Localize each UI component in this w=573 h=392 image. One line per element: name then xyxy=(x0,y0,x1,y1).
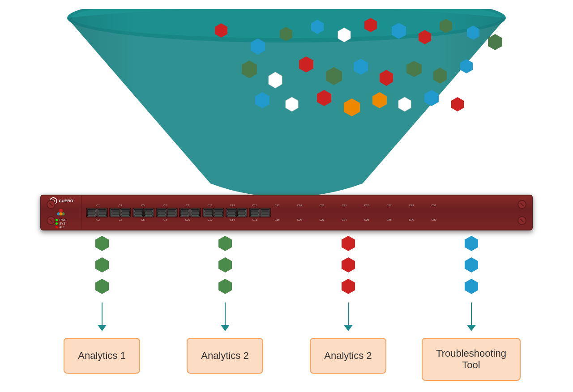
main-container: CUERO PWR SYS xyxy=(0,0,573,392)
port-0 xyxy=(87,209,97,217)
port-group-4 xyxy=(133,208,154,217)
analytics2-label: Analytics 2 xyxy=(201,350,248,362)
port-inner-bottom xyxy=(238,213,246,216)
hex-stack-analytics1 xyxy=(94,235,110,296)
port-inner-bottom xyxy=(134,213,142,216)
port-label-bot-3: C8 xyxy=(154,218,176,221)
hex-stack-cyan xyxy=(463,235,479,296)
hex-icon-2b xyxy=(217,256,233,274)
port-inner-top xyxy=(158,210,166,213)
rack-ports-area: C1C3C5C7C9C11C13C15C17C19C21C23C25C27C29… xyxy=(81,196,532,230)
port-label-bot-13: C28 xyxy=(378,218,400,221)
port-label-bot-2: C6 xyxy=(132,218,154,221)
rack-left-panel: CUERO PWR SYS xyxy=(41,196,81,230)
port-3 xyxy=(120,209,130,217)
bowl-svg xyxy=(40,9,533,197)
port-inner-top xyxy=(88,210,96,213)
port-inner-top xyxy=(168,210,176,213)
port-label-top-0: C1 xyxy=(87,204,109,207)
hex-stack-red xyxy=(340,235,356,296)
port-inner-top xyxy=(121,210,129,213)
port-inner-bottom xyxy=(191,213,199,216)
output-col-troubleshooting: Troubleshooting Tool xyxy=(422,235,521,381)
port-inner-top xyxy=(181,210,189,213)
port-label-top-12: C25 xyxy=(355,204,378,207)
sys-indicator: SYS xyxy=(56,222,66,225)
ports-row xyxy=(86,208,527,217)
analytics2-box: Analytics 2 xyxy=(187,338,263,374)
port-inner-bottom xyxy=(111,213,119,216)
port-inner-top xyxy=(238,210,246,213)
hex-icon-2c xyxy=(217,278,233,296)
port-group-10 xyxy=(202,208,224,217)
analytics2b-label: Analytics 2 xyxy=(324,350,372,362)
port-inner-top xyxy=(214,210,222,213)
port-inner-bottom xyxy=(227,213,235,216)
port-inner-top xyxy=(191,210,199,213)
svg-marker-42 xyxy=(342,236,355,251)
arrow-troubleshooting xyxy=(467,303,476,331)
svg-marker-29 xyxy=(451,97,464,111)
port-label-top-8: C17 xyxy=(266,204,288,207)
rack-unit: CUERO PWR SYS xyxy=(40,195,533,230)
output-col-analytics1: Analytics 1 xyxy=(53,235,151,374)
port-inner-top xyxy=(261,210,269,213)
svg-marker-38 xyxy=(95,279,109,294)
port-inner-bottom xyxy=(181,213,189,216)
port-inner-bottom xyxy=(88,213,96,216)
port-label-top-1: C3 xyxy=(109,204,132,207)
port-label-top-14: C29 xyxy=(400,204,423,207)
hex-icon-4a xyxy=(463,235,479,253)
hex-icon-1c xyxy=(94,278,110,296)
port-label-top-15: C31 xyxy=(423,204,445,207)
port-7 xyxy=(167,209,177,217)
port-label-top-5: C11 xyxy=(199,204,221,207)
port-group-8 xyxy=(179,208,201,217)
port-label-top-4: C9 xyxy=(176,204,199,207)
port-inner-top xyxy=(227,210,235,213)
port-label-bot-0: C2 xyxy=(87,218,109,221)
hex-icon-3a xyxy=(340,235,356,253)
port-labels-top: C1C3C5C7C9C11C13C15C17C19C21C23C25C27C29… xyxy=(86,204,527,207)
hex-stack-analytics2 xyxy=(217,235,233,296)
port-label-bot-4: C10 xyxy=(176,218,199,221)
output-col-red: Analytics 2 xyxy=(299,235,398,374)
hex-icon-1a xyxy=(94,235,110,253)
bowl-section xyxy=(40,9,533,197)
port-label-bot-10: C22 xyxy=(311,218,333,221)
hex-icon-3c xyxy=(340,278,356,296)
port-8 xyxy=(180,209,190,217)
port-inner-bottom xyxy=(145,213,153,216)
svg-marker-43 xyxy=(342,257,355,273)
port-inner-bottom xyxy=(214,213,222,216)
arrow-analytics1 xyxy=(98,303,107,331)
svg-marker-36 xyxy=(95,236,109,251)
port-10 xyxy=(203,209,213,217)
port-inner-bottom xyxy=(158,213,166,216)
port-15 xyxy=(260,209,270,217)
port-label-bot-5: C12 xyxy=(199,218,221,221)
rack-screw-bl xyxy=(47,216,56,225)
svg-marker-46 xyxy=(465,257,478,273)
svg-marker-39 xyxy=(218,236,232,251)
logo-color-icon xyxy=(57,208,65,216)
port-label-top-7: C15 xyxy=(244,204,266,207)
port-label-bot-9: C20 xyxy=(288,218,311,221)
port-group-12 xyxy=(226,208,248,217)
svg-point-32 xyxy=(59,209,63,213)
port-inner-bottom xyxy=(168,213,176,216)
port-label-top-13: C27 xyxy=(378,204,400,207)
port-label-top-2: C5 xyxy=(132,204,154,207)
port-9 xyxy=(190,209,200,217)
output-col-analytics2: Analytics 2 xyxy=(176,235,274,374)
port-labels-bottom: C2C4C6C8C10C12C14C16C18C20C22C24C26C28C3… xyxy=(86,218,527,221)
port-label-bot-7: C16 xyxy=(244,218,266,221)
port-inner-bottom xyxy=(121,213,129,216)
port-group-14 xyxy=(249,208,271,217)
hex-icon-4b xyxy=(463,256,479,274)
port-4 xyxy=(133,209,143,217)
svg-marker-40 xyxy=(218,257,232,273)
arrow-analytics2 xyxy=(221,303,230,331)
port-label-top-6: C13 xyxy=(221,204,244,207)
port-2 xyxy=(110,209,120,217)
